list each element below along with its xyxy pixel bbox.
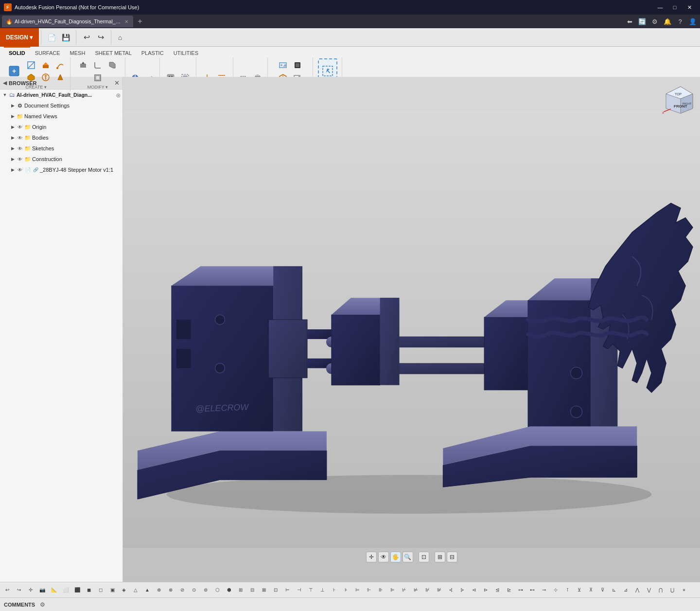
- bottom-tool-btn-46[interactable]: ⊸: [539, 585, 549, 595]
- tab-plastic[interactable]: PLASTIC: [137, 47, 169, 57]
- bottom-tool-btn-17[interactable]: ⊚: [200, 585, 211, 595]
- look-at-button[interactable]: 👁: [378, 552, 389, 562]
- home-button[interactable]: ⌂: [113, 31, 127, 44]
- eye-stepper[interactable]: 👁: [17, 166, 23, 173]
- bottom-tool-btn-55[interactable]: ⋁: [644, 585, 654, 595]
- extensions-button[interactable]: ⚙: [649, 16, 660, 27]
- bottom-tool-btn-50[interactable]: ⊼: [585, 585, 596, 595]
- bottom-tool-btn-18[interactable]: ⬡: [212, 585, 223, 595]
- bottom-tool-btn-24[interactable]: ⊢: [282, 585, 293, 595]
- active-tab[interactable]: 🔥 AI-driven_HVAC_Fault_Diagnosis_Thermal…: [2, 16, 133, 27]
- tree-item-named-views[interactable]: ▶ 📁 Named Views: [0, 111, 122, 122]
- bottom-tool-btn-47[interactable]: ⊹: [550, 585, 561, 595]
- bottom-tool-btn-8[interactable]: ◻: [95, 585, 106, 595]
- bottom-tool-btn-49[interactable]: ⊻: [574, 585, 584, 595]
- view-cube[interactable]: FRONT RIGHT TOP x: [661, 82, 695, 116]
- bottom-tool-btn-20[interactable]: ⊞: [235, 585, 246, 595]
- tab-solid[interactable]: SOLID: [4, 47, 30, 57]
- bottom-tool-btn-5[interactable]: ⬜: [60, 585, 71, 595]
- loft-button[interactable]: [53, 72, 67, 83]
- bottom-tool-btn-26[interactable]: ⊤: [305, 585, 316, 595]
- press-pull-button[interactable]: [76, 59, 90, 71]
- extrude-button[interactable]: [39, 59, 52, 71]
- zoom-button[interactable]: 🔍: [402, 552, 413, 562]
- display-mode-button[interactable]: ⊞: [435, 552, 445, 562]
- tab-surface[interactable]: SURFACE: [30, 47, 65, 57]
- close-button[interactable]: ✕: [682, 2, 696, 12]
- bottom-tool-btn-31[interactable]: ⊩: [364, 585, 374, 595]
- bottom-tool-btn-29[interactable]: ⊧: [340, 585, 351, 595]
- bottom-tool-btn-40[interactable]: ⊲: [469, 585, 479, 595]
- bottom-tool-btn-52[interactable]: ⊾: [609, 585, 619, 595]
- revolve-button[interactable]: [39, 72, 52, 83]
- insert-canvas-button[interactable]: [276, 59, 290, 71]
- bottom-tool-btn-42[interactable]: ⊴: [492, 585, 503, 595]
- pan-button[interactable]: 🖐: [390, 552, 401, 562]
- bottom-tool-btn-58[interactable]: ⋄: [679, 585, 689, 595]
- bottom-tool-btn-13[interactable]: ⊕: [154, 585, 164, 595]
- eye-sketches[interactable]: 👁: [17, 145, 23, 152]
- viewport[interactable]: @ELECROW: [123, 77, 700, 582]
- form-button[interactable]: [24, 72, 38, 83]
- bottom-tool-btn-0[interactable]: ↩: [2, 585, 13, 595]
- undo-button[interactable]: ↩: [80, 31, 93, 44]
- bottom-tool-btn-10[interactable]: ◈: [119, 585, 129, 595]
- tab-utilities[interactable]: UTILITIES: [169, 47, 203, 57]
- tree-item-stepper-motor[interactable]: ▶ 👁 📄 🔗 _28BYJ-48 Stepper Motor v1:1: [0, 164, 122, 175]
- bottom-tool-btn-15[interactable]: ⊘: [177, 585, 188, 595]
- tab-mesh[interactable]: MESH: [65, 47, 90, 57]
- bottom-tool-btn-19[interactable]: ⬢: [224, 585, 234, 595]
- bottom-tool-btn-51[interactable]: ⊽: [597, 585, 608, 595]
- eye-origin[interactable]: 👁: [17, 124, 23, 130]
- bottom-tool-btn-11[interactable]: △: [130, 585, 141, 595]
- bottom-tool-btn-38[interactable]: ⊰: [445, 585, 456, 595]
- bottom-tool-btn-32[interactable]: ⊪: [375, 585, 386, 595]
- bottom-tool-btn-41[interactable]: ⊳: [480, 585, 491, 595]
- maximize-button[interactable]: □: [668, 2, 682, 12]
- eye-bodies[interactable]: 👁: [17, 134, 23, 141]
- tab-sheet-metal[interactable]: SHEET METAL: [90, 47, 136, 57]
- bottom-tool-btn-53[interactable]: ⊿: [620, 585, 631, 595]
- tree-item-construction[interactable]: ▶ 👁 📁 Construction: [0, 154, 122, 164]
- refresh-button[interactable]: 🔄: [637, 16, 648, 27]
- bottom-tool-btn-44[interactable]: ⊶: [515, 585, 526, 595]
- bottom-tool-btn-57[interactable]: ⋃: [667, 585, 678, 595]
- new-component-button[interactable]: +: [5, 58, 23, 84]
- bottom-tool-btn-7[interactable]: ◼: [84, 585, 94, 595]
- bottom-tool-btn-48[interactable]: ⊺: [562, 585, 573, 595]
- bottom-tool-btn-21[interactable]: ⊟: [247, 585, 258, 595]
- grid-button[interactable]: ⊟: [447, 552, 457, 562]
- tree-item-sketches[interactable]: ▶ 👁 📁 Sketches: [0, 143, 122, 154]
- notifications-button[interactable]: 🔔: [662, 16, 673, 27]
- account-button[interactable]: 👤: [687, 16, 698, 27]
- bottom-tool-btn-27[interactable]: ⊥: [317, 585, 328, 595]
- design-menu-button[interactable]: DESIGN ▾: [0, 28, 39, 47]
- bottom-tool-btn-14[interactable]: ⊗: [165, 585, 176, 595]
- help-button[interactable]: ?: [675, 16, 685, 27]
- bottom-tool-btn-4[interactable]: 📐: [49, 585, 59, 595]
- tree-item-origin[interactable]: ▶ 👁 📁 Origin: [0, 122, 122, 132]
- new-tab-button[interactable]: +: [134, 16, 146, 27]
- back-button[interactable]: ⬅: [624, 16, 635, 27]
- bottom-tool-btn-12[interactable]: ▲: [142, 585, 153, 595]
- bottom-tool-btn-3[interactable]: 📷: [37, 585, 48, 595]
- bottom-tool-btn-28[interactable]: ⊦: [329, 585, 339, 595]
- chamfer-button[interactable]: [105, 59, 119, 71]
- file-menu-button[interactable]: 📄: [45, 31, 58, 44]
- comments-settings-button[interactable]: ⚙: [38, 600, 47, 609]
- bottom-tool-btn-30[interactable]: ⊨: [352, 585, 363, 595]
- orbit-button[interactable]: ✛: [366, 552, 377, 562]
- sketch-button[interactable]: [24, 59, 38, 71]
- tree-item-bodies[interactable]: ▶ 👁 📁 Bodies: [0, 132, 122, 143]
- fillet-button[interactable]: [91, 59, 105, 71]
- bottom-tool-btn-54[interactable]: ⋀: [632, 585, 643, 595]
- shell-button[interactable]: [91, 72, 105, 84]
- bottom-tool-btn-23[interactable]: ⊡: [270, 585, 281, 595]
- bottom-tool-btn-22[interactable]: ⊠: [259, 585, 269, 595]
- fit-view-button[interactable]: ⊡: [419, 552, 429, 562]
- bottom-tool-btn-45[interactable]: ⊷: [527, 585, 538, 595]
- save-button[interactable]: 💾: [59, 31, 72, 44]
- bottom-tool-btn-35[interactable]: ⊭: [410, 585, 421, 595]
- bottom-tool-btn-36[interactable]: ⊮: [422, 585, 433, 595]
- bottom-tool-btn-56[interactable]: ⋂: [655, 585, 666, 595]
